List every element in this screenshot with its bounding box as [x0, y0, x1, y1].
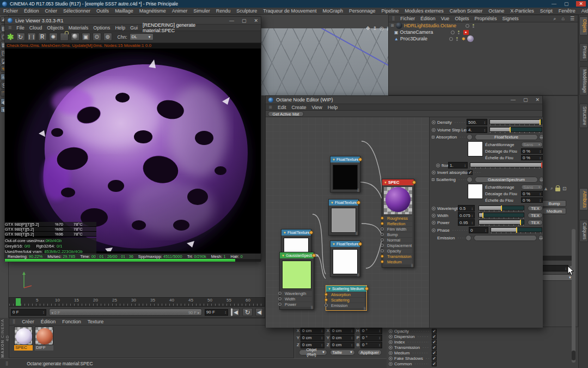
scattering-swatch[interactable]: [468, 184, 483, 199]
anim-dot-icon[interactable]: [432, 136, 434, 138]
visibility-dots[interactable]: [456, 37, 458, 41]
node-input-port[interactable]: [381, 255, 384, 258]
get-active-mat-button[interactable]: Get Active Mat: [268, 111, 304, 117]
node-input-port[interactable]: [324, 293, 328, 296]
lock-icon[interactable]: [555, 188, 560, 191]
anim-dot-icon[interactable]: [389, 351, 393, 355]
history-icon[interactable]: ⊡: [562, 186, 567, 191]
wavelength-slider[interactable]: [479, 206, 524, 210]
arrow-up-icon[interactable]: ▲: [543, 186, 548, 191]
magnifier-icon[interactable]: ⌕: [550, 185, 553, 191]
medium-button[interactable]: Medium: [542, 208, 566, 214]
texture-swatch-gray[interactable]: [331, 208, 356, 233]
sampling-dropdown[interactable]: Sans▼: [521, 184, 543, 190]
resize-grip[interactable]: ⣿: [357, 273, 359, 276]
pause-render-icon[interactable]: ❘❘: [27, 33, 36, 41]
lv-menu-materials[interactable]: Materials: [69, 25, 89, 31]
material-tag-sphere-icon[interactable]: [467, 35, 474, 42]
render-view[interactable]: GTX 980[P][T][5.2]%7078°C GTX 980[T][5.2…: [5, 49, 261, 254]
apply-button[interactable]: Appliquer: [358, 349, 382, 355]
coord-rot-p-field[interactable]: 0 °↕: [360, 335, 382, 341]
menu-creer[interactable]: Créer: [45, 8, 58, 14]
index-checkbox[interactable]: [432, 340, 437, 345]
node-input-port[interactable]: [324, 298, 328, 301]
node-input-row[interactable]: Opacity: [384, 249, 412, 254]
object-row-camera[interactable]: ▣ OctaneCamera ●: [389, 29, 578, 35]
viewport-pan-icon[interactable]: ✥: [366, 26, 370, 31]
lock-resolution-icon[interactable]: [60, 33, 69, 41]
coord-rot-b-field[interactable]: 0 °↕: [360, 342, 382, 348]
node-editor-titlebar[interactable]: Octane Node Editor (WIP) — ▢ ✕: [266, 96, 542, 104]
power-field[interactable]: 0.95↕: [458, 219, 475, 226]
anim-dot-icon[interactable]: [389, 346, 393, 349]
node-input-row[interactable]: Emission: [328, 303, 365, 308]
minimize-button[interactable]: —: [229, 18, 234, 23]
node-input-port[interactable]: [381, 244, 384, 247]
enable-toggle[interactable]: [465, 24, 469, 28]
render-region-icon[interactable]: R: [38, 33, 47, 41]
fake-shadows-checkbox[interactable]: [432, 356, 437, 361]
spectrum-swatch-green[interactable]: [282, 261, 311, 289]
volume-step-slider[interactable]: [489, 127, 542, 132]
attr-value-field[interactable]: ↕: [542, 265, 568, 272]
mat-menu-creer[interactable]: Créer: [22, 319, 34, 324]
om-menu-fichier[interactable]: Fichier: [400, 16, 415, 21]
mat-menu-edition[interactable]: Édition: [41, 319, 56, 324]
menu-magnetisme[interactable]: Magnétisme: [139, 8, 166, 14]
mat-menu-texture[interactable]: Texture: [88, 319, 104, 324]
tab-attributs[interactable]: Attributs: [579, 188, 588, 210]
menu-traqueur[interactable]: Traqueur de Mouvement: [263, 8, 316, 14]
end-frame-field[interactable]: 90 F↕: [205, 309, 228, 316]
node-picker-button[interactable]: [467, 134, 473, 140]
node-floattexture-2[interactable]: ▼FloatTexture ⣿: [328, 199, 359, 236]
octane-camera-tag-icon[interactable]: ●: [463, 30, 469, 35]
right-scrollbar[interactable]: [572, 229, 575, 363]
material-label-diff[interactable]: DIFF: [35, 345, 53, 351]
phase-slider[interactable]: [491, 227, 542, 232]
ne-menu-view[interactable]: View: [311, 105, 322, 110]
node-input-port[interactable]: [278, 303, 281, 306]
material-tag-octane-icon[interactable]: ✱: [462, 37, 465, 41]
ne-menu-edit[interactable]: Edit: [278, 105, 286, 110]
menu-personnage[interactable]: Personnage: [349, 8, 376, 14]
om-menu-edition[interactable]: Édition: [420, 16, 436, 21]
resize-grip[interactable]: ⣿: [311, 306, 313, 309]
anim-dot-icon[interactable]: [432, 178, 434, 181]
node-input-port[interactable]: [278, 292, 281, 295]
ne-menu-help[interactable]: Help: [328, 105, 338, 110]
coord-mode-dropdown[interactable]: Objet (Rel)▼: [299, 349, 327, 355]
menu-aide[interactable]: Aide: [581, 8, 588, 14]
scattering-node-button[interactable]: GaussianSpectrum: [475, 177, 538, 183]
node-output-port[interactable]: [309, 231, 313, 234]
pick-material-icon[interactable]: ⊙: [93, 33, 101, 41]
node-output-port[interactable]: [358, 242, 362, 246]
anim-dot-icon[interactable]: [432, 207, 436, 210]
lv-menu-objects[interactable]: Objects: [47, 25, 64, 31]
coord-pos-y-field[interactable]: 0 cm↕: [301, 335, 324, 341]
absorption-swatch[interactable]: [468, 141, 483, 156]
node-input-port[interactable]: [381, 238, 384, 242]
maximize-button[interactable]: ▢: [523, 97, 528, 102]
power-slider[interactable]: [479, 220, 524, 225]
object-row-hdri[interactable]: ⊞ HDRLightStudio.Octane: [389, 22, 578, 29]
blur-scale-field[interactable]: 0 %↕: [521, 197, 543, 203]
menu-simuler[interactable]: Simuler: [193, 8, 210, 14]
node-input-row[interactable]: Medium: [384, 260, 412, 264]
om-menu-signets[interactable]: Signets: [502, 16, 518, 21]
anim-dot-icon[interactable]: [389, 335, 393, 339]
more-button[interactable]: ...: [539, 134, 543, 140]
node-input-row[interactable]: Power: [281, 302, 312, 307]
anim-dot-icon[interactable]: [389, 340, 393, 344]
power-tex-button[interactable]: TEX: [528, 220, 543, 225]
more-button[interactable]: ...: [539, 177, 543, 183]
visibility-dots[interactable]: [458, 31, 460, 34]
lv-menu-cloud[interactable]: Cloud: [29, 25, 42, 31]
resize-grip[interactable]: ⣿: [357, 189, 359, 192]
node-output-port[interactable]: [365, 287, 369, 291]
anim-dot-icon[interactable]: [389, 329, 393, 333]
invert-absorption-checkbox[interactable]: [468, 170, 473, 175]
node-output-port[interactable]: [358, 158, 362, 161]
play-button[interactable]: ↻: [242, 308, 253, 316]
menu-fichier[interactable]: Fichier: [3, 8, 18, 14]
close-button[interactable]: ✕: [576, 1, 586, 7]
